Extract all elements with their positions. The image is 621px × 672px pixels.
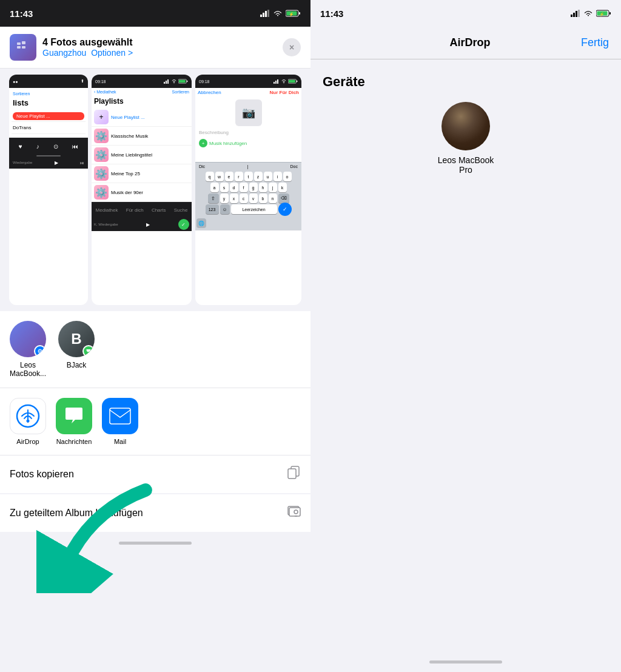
battery-icon: ⚡ — [286, 10, 301, 17]
leos-avatar — [10, 321, 46, 357]
airdrop-header: AirDrop Fertig — [310, 27, 621, 59]
right-time: 11:43 — [320, 8, 343, 19]
svg-rect-3 — [267, 10, 269, 17]
right-status-bar: 11:43 ⚡ — [310, 0, 621, 27]
album-icon — [286, 504, 301, 522]
mail-icon — [102, 398, 138, 434]
message-badge — [82, 345, 95, 357]
svg-rect-11 — [22, 46, 25, 49]
svg-rect-16 — [187, 81, 187, 82]
svg-rect-36 — [571, 15, 572, 17]
leos-name: LeosMacBook... — [10, 361, 46, 378]
svg-rect-33 — [289, 508, 300, 516]
svg-rect-1 — [263, 13, 264, 17]
sc3-status: 09:18 — [195, 75, 301, 88]
messages-icon — [56, 398, 92, 434]
airdrop-done-button[interactable]: Fertig — [581, 36, 609, 49]
share-title: 4 Fotos ausgewählt — [42, 37, 133, 48]
right-panel: 11:43 ⚡ AirDrop Fertig — [310, 0, 621, 672]
screenshots-area: ●● ⬆ Sortieren lists Neue Playlist ... D… — [0, 69, 310, 311]
airdrop-badge — [34, 345, 46, 357]
svg-rect-38 — [576, 11, 577, 17]
add-album-label: Zu geteiltem Album hinzufügen — [10, 508, 143, 519]
svg-rect-0 — [260, 15, 262, 17]
screenshot-2: 09:18 ‹ Mediathek Sortieren Playlists + … — [92, 75, 192, 305]
svg-point-28 — [27, 420, 30, 423]
svg-rect-37 — [573, 13, 575, 17]
svg-rect-8 — [17, 42, 21, 45]
right-wifi-icon — [583, 10, 593, 17]
sc2-title: Playlists — [92, 96, 192, 108]
svg-rect-12 — [164, 82, 165, 84]
app-mail[interactable]: Mail — [102, 398, 138, 445]
sc2-status: 09:18 — [92, 75, 192, 88]
person-leos[interactable]: LeosMacBook... — [10, 321, 46, 378]
svg-rect-19 — [275, 81, 277, 84]
close-button[interactable]: × — [283, 38, 301, 56]
right-status-icons: ⚡ — [571, 10, 611, 17]
svg-rect-10 — [17, 46, 21, 49]
device-avatar — [441, 102, 490, 150]
airdrop-title: AirDrop — [449, 36, 490, 49]
svg-rect-14 — [167, 79, 169, 84]
app-airdrop[interactable]: AirDrop — [10, 398, 46, 445]
device-leos-macbook[interactable]: Leos MacBookPro — [323, 102, 609, 175]
svg-rect-39 — [578, 10, 580, 17]
svg-rect-5 — [299, 12, 300, 15]
svg-rect-29 — [110, 408, 130, 424]
copy-icon — [286, 465, 301, 483]
mail-label: Mail — [114, 438, 126, 445]
screenshot-1: ●● ⬆ Sortieren lists Neue Playlist ... D… — [9, 75, 88, 305]
svg-text:⚡: ⚡ — [289, 12, 294, 17]
share-info: 4 Fotos ausgewählt Guangzhou Optionen > — [42, 37, 133, 58]
action-copy-photos[interactable]: Fotos kopieren — [0, 455, 310, 494]
sc1-status: ●● ⬆ — [9, 75, 88, 88]
svg-rect-23 — [289, 80, 295, 82]
svg-rect-2 — [265, 11, 267, 17]
svg-rect-20 — [277, 79, 278, 84]
svg-rect-18 — [274, 82, 275, 84]
apps-row: AirDrop Nachrichten Mail — [0, 388, 310, 455]
device-name: Leos MacBookPro — [438, 155, 494, 175]
left-status-icons: ⚡ — [260, 10, 301, 17]
share-header-left: 4 Fotos ausgewählt Guangzhou Optionen > — [10, 34, 133, 61]
action-add-album[interactable]: Zu geteiltem Album hinzufügen — [0, 494, 310, 533]
people-row: LeosMacBook... B BJack — [0, 311, 310, 388]
svg-rect-31 — [288, 469, 296, 479]
svg-rect-22 — [297, 81, 297, 82]
sc1-playlist1: Neue Playlist ... — [13, 112, 84, 120]
airdrop-icon — [10, 398, 46, 434]
wifi-icon — [273, 10, 283, 17]
screenshot-3: 09:18 Abbrechen Nur Für Dich 📷 Beschreib… — [195, 75, 301, 305]
geraete-title: Geräte — [323, 74, 609, 90]
svg-rect-41 — [609, 12, 611, 15]
bjack-avatar: B — [58, 321, 95, 357]
left-home-indicator — [0, 533, 310, 553]
right-home-indicator — [310, 651, 621, 672]
sc1-sort: Sortieren — [13, 92, 30, 96]
right-signal-icon — [571, 10, 580, 17]
svg-rect-17 — [179, 80, 186, 82]
sc1-title: lists — [12, 97, 86, 111]
messages-label: Nachrichten — [56, 438, 92, 445]
geraete-section: Geräte Leos MacBookPro — [310, 59, 621, 651]
svg-rect-13 — [166, 81, 167, 84]
left-panel: 11:43 ⚡ — [0, 0, 310, 672]
airdrop-label: AirDrop — [16, 438, 39, 445]
svg-rect-9 — [22, 41, 25, 44]
right-battery-icon: ⚡ — [596, 10, 611, 17]
svg-text:⚡: ⚡ — [599, 12, 605, 17]
share-thumbnail — [10, 34, 36, 61]
signal-icon — [260, 10, 270, 17]
bjack-name: BJack — [67, 361, 87, 369]
app-messages[interactable]: Nachrichten — [56, 398, 92, 445]
share-header: 4 Fotos ausgewählt Guangzhou Optionen > … — [0, 27, 310, 69]
sc1-dotrans: DoTrans — [12, 123, 86, 132]
copy-photos-label: Fotos kopieren — [10, 469, 74, 480]
left-time: 11:43 — [10, 8, 33, 19]
person-bjack[interactable]: B BJack — [58, 321, 95, 378]
left-status-bar: 11:43 ⚡ — [0, 0, 310, 27]
share-subtitle: Guangzhou Optionen > — [42, 48, 133, 58]
